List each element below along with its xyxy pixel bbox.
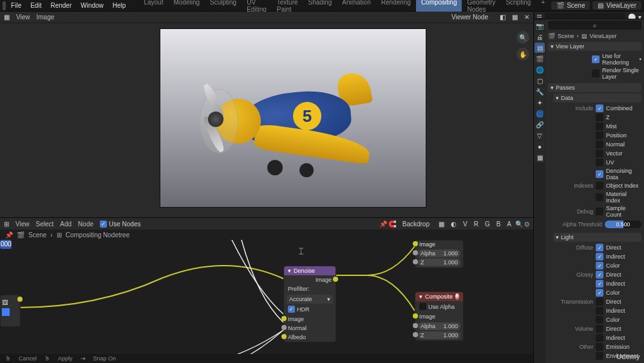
ne-add[interactable]: Add bbox=[60, 221, 71, 228]
chk-normal[interactable] bbox=[596, 141, 603, 148]
tab-output[interactable]: 🖨 bbox=[535, 32, 545, 42]
filter-icon[interactable]: ⚪ bbox=[628, 14, 636, 20]
tab-material[interactable]: ● bbox=[535, 141, 545, 152]
chk-diff-indirect[interactable] bbox=[596, 253, 603, 260]
alpha-threshold-slider[interactable]: 0.500 bbox=[605, 221, 641, 228]
chk-position[interactable] bbox=[596, 132, 603, 139]
pin-icon[interactable]: 📌 bbox=[5, 231, 13, 239]
chk-sample-count[interactable] bbox=[596, 208, 603, 215]
backdrop-toggle[interactable]: Backdrop bbox=[397, 220, 435, 228]
zoom-icon[interactable]: 🔍 bbox=[516, 31, 529, 44]
compositor-editor[interactable]: ⊞ View Select Add Node Use Nodes 📌 🧲 Bac… bbox=[0, 218, 533, 363]
tab-world[interactable]: 🌐 bbox=[535, 64, 545, 75]
tab-texture[interactable]: ▦ bbox=[535, 152, 545, 162]
pin-icon[interactable]: 📌 bbox=[379, 221, 387, 228]
denoise-in-albedo[interactable]: Albedo bbox=[284, 333, 336, 342]
chk-obj-index[interactable] bbox=[596, 182, 603, 190]
ch-img-icon[interactable]: ▦ bbox=[436, 220, 447, 228]
tab-constraint[interactable]: 🔗 bbox=[535, 119, 545, 130]
new-collection-icon[interactable]: ▾ bbox=[638, 14, 641, 20]
chk-trans-indirect[interactable] bbox=[596, 307, 603, 315]
chk-glossy-color[interactable] bbox=[596, 289, 603, 297]
crumb-tree[interactable]: Compositing Nodetree bbox=[66, 231, 130, 239]
overlays-icon[interactable]: ⊙ bbox=[524, 221, 529, 228]
vp-menu-image[interactable]: Image bbox=[37, 14, 55, 21]
menu-window[interactable]: Window bbox=[77, 1, 108, 10]
vp-menu-view[interactable]: View bbox=[16, 14, 30, 21]
snap-icon[interactable]: 🧲 bbox=[388, 221, 396, 228]
chk-z[interactable] bbox=[596, 113, 603, 121]
chevron-down-icon[interactable]: ▾ bbox=[419, 293, 422, 300]
denoise-node[interactable]: ▾Denoise Image Prefilter: Accurate▾ HDR … bbox=[283, 266, 336, 342]
crumb-layer[interactable]: ViewLayer bbox=[590, 33, 617, 39]
vp-close-icon[interactable]: ✕ bbox=[524, 14, 529, 21]
slot-dropdown[interactable]: Viewer Node bbox=[446, 13, 493, 21]
panel-data[interactable]: ▾Data bbox=[553, 93, 641, 103]
denoise-in-normal[interactable]: Normal bbox=[284, 324, 336, 333]
chk-mat-index[interactable] bbox=[596, 193, 603, 201]
animate-icon[interactable]: • bbox=[639, 56, 641, 63]
chk-glossy-direct[interactable] bbox=[596, 271, 603, 279]
crumb-scene[interactable]: Scene bbox=[28, 231, 46, 239]
viewer-z[interactable]: Z1.000 bbox=[418, 259, 460, 266]
chk-vol-indirect[interactable] bbox=[596, 334, 603, 342]
chk-combined[interactable] bbox=[596, 104, 603, 112]
chk-mist[interactable] bbox=[596, 123, 603, 130]
ne-select[interactable]: Select bbox=[36, 221, 54, 228]
tab-render[interactable]: 📷 bbox=[535, 21, 545, 31]
hdr-checkbox[interactable]: HDR bbox=[287, 305, 333, 313]
editor-type-icon[interactable]: ☰ bbox=[536, 14, 542, 20]
chk-trans-direct[interactable] bbox=[596, 298, 603, 306]
ch-a[interactable]: A bbox=[504, 220, 514, 228]
ne-node[interactable]: Node bbox=[78, 221, 93, 228]
chk-vector[interactable] bbox=[596, 150, 603, 157]
viewlayer-selector[interactable]: ▤ViewLayer bbox=[592, 1, 641, 10]
ch-v[interactable]: V bbox=[460, 220, 470, 228]
crumb-scene[interactable]: Scene bbox=[558, 33, 574, 39]
menu-render[interactable]: Render bbox=[46, 1, 75, 10]
menu-help[interactable]: Help bbox=[109, 1, 130, 10]
outliner-search[interactable] bbox=[545, 13, 625, 19]
viewer-alpha[interactable]: Alpha1.000 bbox=[418, 250, 460, 257]
chk-diff-direct[interactable] bbox=[596, 244, 603, 251]
chk-render-single[interactable] bbox=[592, 70, 600, 77]
tab-object[interactable]: ▢ bbox=[535, 75, 545, 86]
tab-modifier[interactable]: 🔧 bbox=[535, 86, 545, 97]
ch-b[interactable]: B bbox=[494, 220, 504, 228]
ch-g[interactable]: G bbox=[482, 220, 493, 228]
scene-selector[interactable]: 🎬Scene bbox=[551, 1, 590, 10]
panel-viewlayer[interactable]: ▾View Layer bbox=[548, 42, 641, 51]
composite-z[interactable]: Z1.000 bbox=[418, 331, 460, 339]
vp-btn1[interactable]: ◧ bbox=[500, 14, 506, 21]
ch-r[interactable]: R bbox=[471, 220, 481, 228]
chk-denoising[interactable] bbox=[596, 170, 603, 178]
editor-type-icon[interactable]: ⊞ bbox=[4, 221, 9, 228]
use-alpha-checkbox[interactable]: Use Alpha bbox=[418, 302, 460, 311]
render-layers-node[interactable]: 🖼 bbox=[0, 295, 21, 327]
backdrop-zoom-icon[interactable]: 🔍 bbox=[515, 221, 523, 228]
ne-view[interactable]: View bbox=[15, 221, 30, 228]
tab-physics[interactable]: 🌀 bbox=[535, 108, 545, 119]
chk-use-rendering[interactable] bbox=[592, 55, 600, 63]
menu-edit[interactable]: Edit bbox=[26, 1, 45, 10]
node-canvas[interactable]: 🖼 000 ▾Denoise Image Prefilter: Accurate… bbox=[0, 240, 533, 363]
tab-scene[interactable]: 🎬 bbox=[535, 54, 545, 64]
tab-viewlayer[interactable]: ▤ bbox=[535, 43, 545, 53]
chk-vol-direct[interactable] bbox=[596, 325, 603, 333]
vp-btn2[interactable]: ▦ bbox=[512, 14, 518, 21]
value-node[interactable]: 000 bbox=[0, 240, 12, 249]
prefilter-dropdown[interactable]: Accurate▾ bbox=[287, 295, 333, 304]
viewer-in-image[interactable]: Image bbox=[415, 240, 463, 248]
chk-diff-color[interactable] bbox=[596, 262, 603, 270]
denoise-in-image[interactable]: Image bbox=[284, 315, 336, 324]
chk-environment[interactable] bbox=[596, 352, 603, 360]
composite-node[interactable]: ▾Composite Use Alpha Image Alpha1.000 Z1… bbox=[415, 291, 464, 341]
editor-type-icon[interactable]: ▦ bbox=[4, 14, 10, 21]
denoise-out-image[interactable]: Image bbox=[284, 275, 336, 284]
panel-light[interactable]: ▾Light bbox=[553, 233, 641, 242]
panel-passes[interactable]: ▾Passes bbox=[548, 83, 641, 92]
chevron-down-icon[interactable]: ▾ bbox=[288, 268, 291, 274]
node-collapse-icon[interactable] bbox=[2, 308, 10, 316]
chk-glossy-indirect[interactable] bbox=[596, 280, 603, 288]
menu-file[interactable]: File bbox=[7, 1, 25, 10]
